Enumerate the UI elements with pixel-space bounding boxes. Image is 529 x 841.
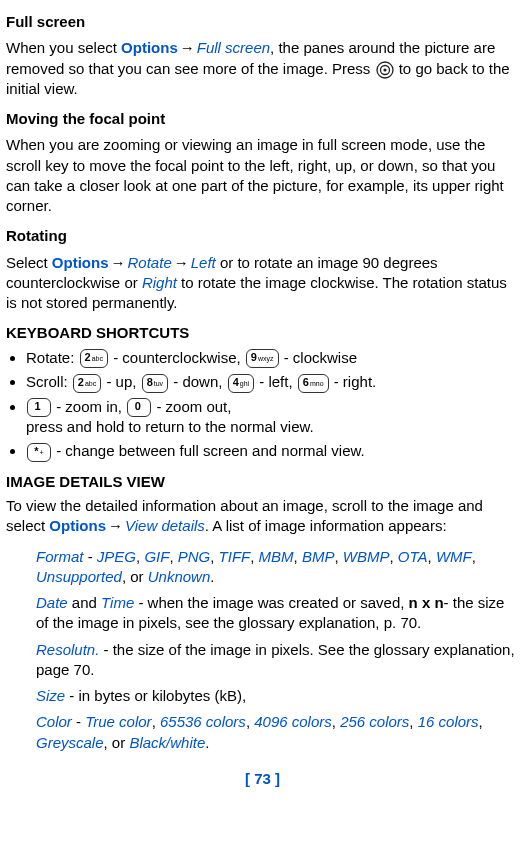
para-image-details: To view the detailed information about a… — [6, 496, 519, 537]
page-number: [ 73 ] — [6, 769, 519, 789]
label-color: Color — [36, 713, 72, 730]
detail-format: Format - JPEG, GIF, PNG, TIFF, MBM, BMP,… — [36, 547, 515, 588]
format-value: JPEG — [97, 548, 136, 565]
text: - down, — [173, 373, 226, 390]
text: - when the image was created or saved, — [134, 594, 408, 611]
list-item: Scroll: 2abc - up, 8tuv - down, 4ghi - l… — [26, 372, 519, 393]
text: - left, — [259, 373, 297, 390]
key-6-icon: 6mno — [298, 374, 329, 393]
format-value: OTA — [398, 548, 428, 565]
key-star-icon: *+ — [27, 443, 51, 462]
detail-color: Color - True color, 65536 colors, 4096 c… — [36, 712, 515, 753]
format-value: Unknown — [148, 568, 211, 585]
keyboard-shortcuts-list: Rotate: 2abc - counterclockwise, 9wxyz -… — [6, 348, 519, 462]
text: - change between full screen and normal … — [56, 442, 365, 459]
link-full-screen: Full screen — [197, 39, 270, 56]
para-rotating: Select Options→ Rotate→ Left or to rotat… — [6, 253, 519, 314]
format-value: PNG — [178, 548, 211, 565]
link-view-details: View details — [125, 517, 205, 534]
text: - — [84, 548, 97, 565]
color-value: 4096 colors — [254, 713, 332, 730]
color-value: 256 colors — [340, 713, 409, 730]
heading-keyboard-shortcuts: KEYBOARD SHORTCUTS — [6, 323, 519, 343]
link-left: Left — [191, 254, 216, 271]
heading-image-details: IMAGE DETAILS VIEW — [6, 472, 519, 492]
detail-resolution: Resolutn. - the size of the image in pix… — [36, 640, 515, 681]
color-value: Black/white — [129, 734, 205, 751]
format-values: JPEG, GIF, PNG, TIFF, MBM, BMP, WBMP, OT… — [36, 548, 476, 585]
text: When you select — [6, 39, 121, 56]
heading-rotating: Rotating — [6, 226, 519, 246]
key-4-icon: 4ghi — [228, 374, 254, 393]
label-date: Date — [36, 594, 68, 611]
label-size: Size — [36, 687, 65, 704]
key-8-icon: 8tuv — [142, 374, 168, 393]
text: Select — [6, 254, 52, 271]
svg-point-2 — [383, 68, 386, 71]
text: . A list of image information appears: — [205, 517, 447, 534]
text: - clockwise — [284, 349, 357, 366]
link-options: Options — [121, 39, 178, 56]
format-value: GIF — [144, 548, 169, 565]
key-2-icon: 2abc — [80, 349, 108, 368]
link-options: Options — [49, 517, 106, 534]
link-options: Options — [52, 254, 109, 271]
key-9-icon: 9wxyz — [246, 349, 279, 368]
para-full-screen: When you select Options→ Full screen, th… — [6, 38, 519, 99]
text: - up, — [106, 373, 140, 390]
format-value: WBMP — [343, 548, 390, 565]
arrow-icon: → — [172, 253, 191, 273]
text: - counterclockwise, — [113, 349, 245, 366]
details-list: Format - JPEG, GIF, PNG, TIFF, MBM, BMP,… — [36, 547, 515, 753]
nxn: n x n — [409, 594, 444, 611]
center-key-icon — [376, 61, 394, 79]
key-2-icon: 2abc — [73, 374, 101, 393]
arrow-icon: → — [106, 516, 125, 536]
color-values: True color, 65536 colors, 4096 colors, 2… — [36, 713, 483, 750]
label-resolution: Resolutn. — [36, 641, 99, 658]
list-item: *+ - change between full screen and norm… — [26, 441, 519, 462]
key-1-icon: 1 — [27, 398, 51, 417]
text: Rotate: — [26, 349, 79, 366]
color-value: 16 colors — [418, 713, 479, 730]
text: Scroll: — [26, 373, 72, 390]
link-right: Right — [142, 274, 177, 291]
format-value: BMP — [302, 548, 335, 565]
detail-size: Size - in bytes or kilobytes (kB), — [36, 686, 515, 706]
arrow-icon: → — [109, 253, 128, 273]
text: - in bytes or kilobytes (kB), — [65, 687, 246, 704]
text: - the size of the image in pixels. See t… — [36, 641, 515, 678]
color-value: 65536 colors — [160, 713, 246, 730]
arrow-icon: → — [178, 38, 197, 58]
list-item: Rotate: 2abc - counterclockwise, 9wxyz -… — [26, 348, 519, 369]
color-value: Greyscale — [36, 734, 104, 751]
color-value: True color — [85, 713, 151, 730]
format-value: Unsupported — [36, 568, 122, 585]
text: - — [72, 713, 85, 730]
label-format: Format — [36, 548, 84, 565]
para-focal-point: When you are zooming or viewing an image… — [6, 135, 519, 216]
key-0-icon: 0 — [127, 398, 151, 417]
list-item: 1 - zoom in, 0 - zoom out, press and hol… — [26, 397, 519, 438]
text: - right. — [334, 373, 377, 390]
link-rotate: Rotate — [128, 254, 172, 271]
text: - zoom in, — [56, 398, 126, 415]
text: - zoom out, — [156, 398, 231, 415]
format-value: MBM — [259, 548, 294, 565]
text: and — [68, 594, 101, 611]
text: press and hold to return to the normal v… — [26, 418, 314, 435]
heading-focal-point: Moving the focal point — [6, 109, 519, 129]
detail-date-time: Date and Time - when the image was creat… — [36, 593, 515, 634]
label-time: Time — [101, 594, 134, 611]
heading-full-screen: Full screen — [6, 12, 519, 32]
format-value: WMF — [436, 548, 472, 565]
format-value: TIFF — [219, 548, 251, 565]
